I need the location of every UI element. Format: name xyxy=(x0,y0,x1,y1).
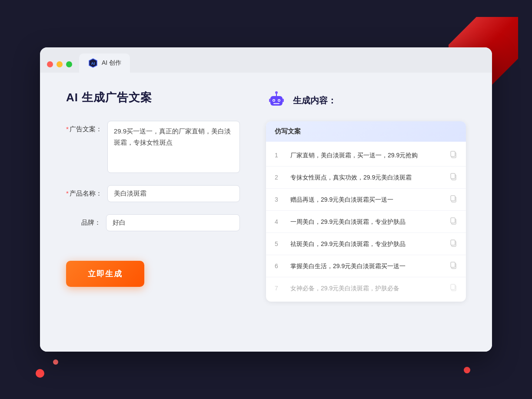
robot-icon xyxy=(266,90,287,111)
copy-icon[interactable] xyxy=(449,261,457,271)
svg-rect-11 xyxy=(282,99,284,102)
brand-input[interactable] xyxy=(106,214,240,231)
result-item-text: 赠品再送，29.9元美白淡斑霜买一送一 xyxy=(290,195,442,204)
brand-label: 品牌： xyxy=(66,214,101,227)
svg-text:AI: AI xyxy=(91,61,95,66)
result-item: 5祛斑美白，29.9元美白淡斑霜，专业护肤品 xyxy=(266,233,466,255)
result-item-text: 掌握美白生活，29.9元美白淡斑霜买一送一 xyxy=(290,262,442,271)
ad-copy-row: *广告文案： 29.9买一送一，真正的厂家直销，美白淡斑霜，专抹女性斑点 xyxy=(66,121,240,173)
copy-icon[interactable] xyxy=(449,150,457,160)
product-required-star: * xyxy=(66,190,69,197)
result-item-num: 1 xyxy=(275,152,283,159)
result-item-text: 厂家直销，美白淡斑霜，买一送一，29.9元抢购 xyxy=(290,151,442,160)
svg-rect-10 xyxy=(269,99,271,102)
result-item-text: 女神必备，29.9元美白淡斑霜，护肤必备 xyxy=(290,284,442,293)
result-item: 1厂家直销，美白淡斑霜，买一送一，29.9元抢购 xyxy=(266,144,466,166)
svg-rect-7 xyxy=(273,103,279,104)
result-item: 7女神必备，29.9元美白淡斑霜，护肤必备 xyxy=(266,277,466,299)
active-tab[interactable]: AI AI 创作 xyxy=(79,53,130,73)
result-list: 1厂家直销，美白淡斑霜，买一送一，29.9元抢购 2专抹女性斑点，真实功效，29… xyxy=(266,142,466,302)
page-title: AI 生成广告文案 xyxy=(66,90,240,105)
tab-label: AI 创作 xyxy=(102,59,121,67)
svg-rect-15 xyxy=(451,173,455,179)
result-title: 生成内容： xyxy=(293,95,336,106)
left-panel: AI 生成广告文案 *广告文案： 29.9买一送一，真正的厂家直销，美白淡斑霜，… xyxy=(66,90,240,334)
result-item-text: 祛斑美白，29.9元美白淡斑霜，专业护肤品 xyxy=(290,239,442,249)
scene: AI AI 创作 AI 生成广告文案 *广告文案： 29.9买一送一，真正的厂家… xyxy=(27,30,505,369)
svg-rect-25 xyxy=(451,284,455,289)
svg-point-5 xyxy=(273,100,275,101)
result-item: 3赠品再送，29.9元美白淡斑霜买一送一 xyxy=(266,189,466,211)
deco-dot-3 xyxy=(464,367,470,373)
ad-required-star: * xyxy=(66,125,69,133)
traffic-lights xyxy=(47,61,72,67)
result-item-num: 7 xyxy=(275,285,283,292)
result-item: 4一周美白，29.9元美白淡斑霜，专业护肤品 xyxy=(266,211,466,233)
ad-copy-input[interactable]: 29.9买一送一，真正的厂家直销，美白淡斑霜，专抹女性斑点 xyxy=(107,121,240,173)
result-item: 2专抹女性斑点，真实功效，29.9元美白淡斑霜 xyxy=(266,166,466,189)
svg-rect-13 xyxy=(451,151,455,156)
product-name-row: *产品名称： xyxy=(66,185,240,202)
result-item: 6掌握美白生活，29.9元美白淡斑霜买一送一 xyxy=(266,255,466,277)
browser-window: AI AI 创作 AI 生成广告文案 *广告文案： 29.9买一送一，真正的厂家… xyxy=(40,47,492,352)
ai-tab-icon: AI xyxy=(88,58,98,68)
result-card-header: 仿写文案 xyxy=(266,121,466,142)
svg-rect-2 xyxy=(270,96,283,106)
result-item-num: 3 xyxy=(275,196,283,203)
right-panel: 生成内容： 仿写文案 1厂家直销，美白淡斑霜，买一送一，29.9元抢购 2专抹女… xyxy=(266,90,466,334)
copy-icon[interactable] xyxy=(449,283,457,293)
copy-icon[interactable] xyxy=(449,195,457,204)
result-item-num: 5 xyxy=(275,240,283,247)
browser-chrome: AI AI 创作 xyxy=(40,47,492,73)
copy-icon[interactable] xyxy=(449,239,457,249)
copy-icon[interactable] xyxy=(449,217,457,226)
copy-icon[interactable] xyxy=(449,173,457,182)
svg-rect-21 xyxy=(451,240,455,245)
deco-dot-1 xyxy=(36,369,44,378)
submit-button[interactable]: 立即生成 xyxy=(66,261,144,287)
result-item-num: 4 xyxy=(275,218,283,225)
svg-rect-23 xyxy=(451,262,455,267)
result-header: 生成内容： xyxy=(266,90,466,111)
browser-content: AI 生成广告文案 *广告文案： 29.9买一送一，真正的厂家直销，美白淡斑霜，… xyxy=(40,73,492,352)
result-card: 仿写文案 1厂家直销，美白淡斑霜，买一送一，29.9元抢购 2专抹女性斑点，真实… xyxy=(266,121,466,302)
brand-row: 品牌： xyxy=(66,214,240,231)
deco-dot-2 xyxy=(53,359,58,365)
close-button[interactable] xyxy=(47,61,53,67)
svg-rect-19 xyxy=(451,218,455,223)
maximize-button[interactable] xyxy=(66,61,72,67)
svg-rect-17 xyxy=(451,196,455,201)
product-input[interactable] xyxy=(107,185,240,202)
result-item-text: 一周美白，29.9元美白淡斑霜，专业护肤品 xyxy=(290,217,442,226)
result-item-num: 2 xyxy=(275,174,283,181)
product-label: *产品名称： xyxy=(66,185,102,198)
result-item-num: 6 xyxy=(275,263,283,269)
minimize-button[interactable] xyxy=(57,61,63,67)
svg-point-6 xyxy=(279,100,280,101)
result-item-text: 专抹女性斑点，真实功效，29.9元美白淡斑霜 xyxy=(290,173,442,182)
svg-point-9 xyxy=(275,91,278,94)
ad-copy-label: *广告文案： xyxy=(66,121,102,133)
